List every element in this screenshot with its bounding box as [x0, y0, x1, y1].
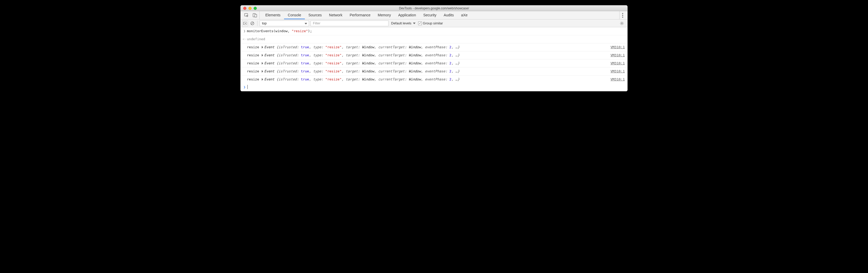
levels-label: Default levels — [391, 21, 411, 25]
device-toolbar-icon[interactable] — [253, 13, 257, 18]
return-value: undefined — [247, 36, 625, 42]
event-name: resize — [247, 69, 259, 73]
tab-axe[interactable]: aXe — [457, 11, 471, 19]
checkbox-icon: ✓ — [418, 22, 422, 25]
tab-memory[interactable]: Memory — [374, 11, 395, 19]
execution-context-select[interactable]: top — [259, 21, 309, 26]
main-tabs: ElementsConsoleSourcesNetworkPerformance… — [262, 11, 471, 19]
window-title: DevTools - developers.google.com/web/sho… — [241, 6, 627, 10]
main-tabs-bar: ElementsConsoleSourcesNetworkPerformance… — [241, 11, 627, 20]
event-name: resize — [247, 53, 259, 57]
code-args-string: "resize" — [291, 29, 308, 33]
toggle-sidebar-icon[interactable] — [242, 21, 248, 26]
source-link[interactable]: VM310:1 — [611, 69, 625, 74]
inspect-tools — [242, 11, 259, 19]
close-icon[interactable] — [243, 7, 246, 10]
traffic-lights — [241, 7, 257, 10]
expand-icon[interactable] — [262, 46, 263, 48]
cursor — [247, 85, 248, 89]
tab-console[interactable]: Console — [284, 11, 305, 19]
tab-sources[interactable]: Sources — [305, 11, 326, 19]
group-similar-toggle[interactable]: ✓ Group similar — [418, 21, 443, 25]
console-log-row: resize Event {isTrusted: true, type: "re… — [241, 43, 627, 52]
devtools-window: DevTools - developers.google.com/web/sho… — [240, 5, 628, 91]
console-log-row: resize Event {isTrusted: true, type: "re… — [241, 75, 627, 83]
event-class: Event — [264, 53, 274, 57]
source-link[interactable]: VM310:1 — [611, 44, 625, 50]
source-link[interactable]: VM310:1 — [611, 53, 625, 58]
svg-rect-4 — [244, 22, 245, 25]
code-args-suffix: ); — [308, 29, 312, 33]
expand-icon[interactable] — [262, 62, 263, 65]
expand-icon[interactable] — [262, 78, 263, 81]
event-props: {isTrusted: — [274, 69, 301, 73]
return-chevron-icon: <· — [242, 36, 247, 42]
group-similar-label: Group similar — [423, 21, 443, 25]
event-name: resize — [247, 45, 259, 49]
prompt-input[interactable] — [247, 84, 625, 90]
tab-elements[interactable]: Elements — [262, 11, 284, 19]
svg-rect-2 — [255, 14, 257, 17]
event-props: {isTrusted: — [274, 77, 301, 81]
event-props: {isTrusted: — [274, 61, 301, 65]
log-message[interactable]: resize Event {isTrusted: true, type: "re… — [247, 69, 608, 74]
settings-icon[interactable] — [619, 21, 625, 26]
inspect-element-icon[interactable] — [244, 13, 249, 18]
console-toolbar: top Default levels ✓ Group similar — [241, 20, 627, 27]
source-link[interactable]: VM310:1 — [611, 61, 625, 66]
event-props: {isTrusted: — [274, 45, 301, 49]
clear-console-icon[interactable] — [249, 21, 255, 26]
input-chevron-icon: ❯ — [242, 28, 247, 34]
console-input-echo: ❯ monitorEvents(window, "resize"); — [241, 27, 627, 35]
console-log-row: resize Event {isTrusted: true, type: "re… — [241, 60, 627, 67]
console-prompt[interactable]: ❯ — [241, 83, 627, 91]
log-message[interactable]: resize Event {isTrusted: true, type: "re… — [247, 44, 608, 50]
log-levels-select[interactable]: Default levels — [390, 21, 416, 25]
console-output: ❯ monitorEvents(window, "resize"); <· un… — [241, 27, 627, 91]
tab-performance[interactable]: Performance — [346, 11, 374, 19]
tab-security[interactable]: Security — [420, 11, 440, 19]
tab-application[interactable]: Application — [395, 11, 420, 19]
console-log-row: resize Event {isTrusted: true, type: "re… — [241, 67, 627, 75]
svg-line-6 — [251, 22, 253, 24]
code-func: monitorEvents — [247, 29, 273, 33]
console-return-value: <· undefined — [241, 35, 627, 43]
toolbar-right — [619, 21, 626, 26]
log-message[interactable]: resize Event {isTrusted: true, type: "re… — [247, 53, 608, 58]
event-class: Event — [264, 77, 274, 81]
expand-icon[interactable] — [262, 54, 263, 57]
tab-audits[interactable]: Audits — [440, 11, 457, 19]
filter-input[interactable] — [311, 21, 389, 26]
more-menu[interactable] — [619, 11, 626, 19]
code-args-prefix: (window, — [273, 29, 291, 33]
tab-network[interactable]: Network — [326, 11, 346, 19]
event-name: resize — [247, 61, 259, 65]
source-link[interactable]: VM310:1 — [611, 76, 625, 82]
titlebar: DevTools - developers.google.com/web/sho… — [241, 5, 627, 11]
event-class: Event — [264, 45, 274, 49]
prompt-chevron-icon: ❯ — [242, 84, 247, 90]
log-message[interactable]: resize Event {isTrusted: true, type: "re… — [247, 61, 608, 66]
log-message[interactable]: resize Event {isTrusted: true, type: "re… — [247, 76, 608, 82]
kebab-icon — [622, 13, 623, 18]
maximize-icon[interactable] — [254, 7, 257, 10]
expand-icon[interactable] — [262, 70, 263, 73]
event-class: Event — [264, 69, 274, 73]
minimize-icon[interactable] — [248, 7, 252, 10]
event-name: resize — [247, 77, 259, 81]
console-log-row: resize Event {isTrusted: true, type: "re… — [241, 52, 627, 60]
input-code: monitorEvents(window, "resize"); — [247, 28, 625, 34]
event-props: {isTrusted: — [274, 53, 301, 57]
event-class: Event — [264, 61, 274, 65]
context-value: top — [262, 21, 267, 25]
